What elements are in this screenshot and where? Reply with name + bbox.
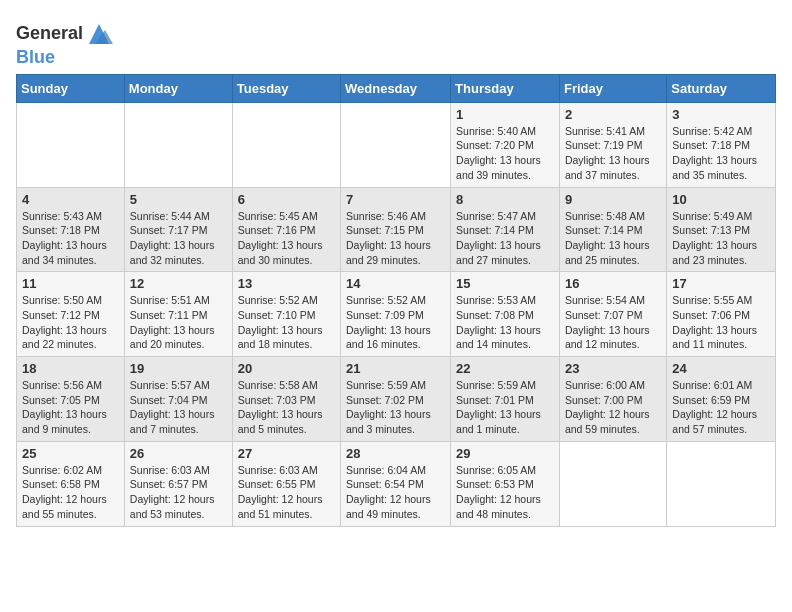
calendar-day-cell: 27Sunrise: 6:03 AM Sunset: 6:55 PM Dayli…: [232, 441, 340, 526]
day-info: Sunrise: 6:05 AM Sunset: 6:53 PM Dayligh…: [456, 463, 554, 522]
logo-icon: [85, 20, 113, 48]
day-info: Sunrise: 5:58 AM Sunset: 7:03 PM Dayligh…: [238, 378, 335, 437]
day-number: 18: [22, 361, 119, 376]
day-info: Sunrise: 5:47 AM Sunset: 7:14 PM Dayligh…: [456, 209, 554, 268]
calendar-day-cell: 21Sunrise: 5:59 AM Sunset: 7:02 PM Dayli…: [341, 357, 451, 442]
day-info: Sunrise: 5:49 AM Sunset: 7:13 PM Dayligh…: [672, 209, 770, 268]
day-number: 7: [346, 192, 445, 207]
day-info: Sunrise: 6:00 AM Sunset: 7:00 PM Dayligh…: [565, 378, 661, 437]
calendar-day-cell: [17, 102, 125, 187]
calendar-table: SundayMondayTuesdayWednesdayThursdayFrid…: [16, 74, 776, 527]
calendar-week-row: 11Sunrise: 5:50 AM Sunset: 7:12 PM Dayli…: [17, 272, 776, 357]
day-info: Sunrise: 5:40 AM Sunset: 7:20 PM Dayligh…: [456, 124, 554, 183]
calendar-day-cell: [559, 441, 666, 526]
day-of-week-header: Sunday: [17, 74, 125, 102]
day-info: Sunrise: 5:57 AM Sunset: 7:04 PM Dayligh…: [130, 378, 227, 437]
day-of-week-header: Monday: [124, 74, 232, 102]
day-number: 4: [22, 192, 119, 207]
calendar-day-cell: 19Sunrise: 5:57 AM Sunset: 7:04 PM Dayli…: [124, 357, 232, 442]
day-of-week-header: Friday: [559, 74, 666, 102]
day-info: Sunrise: 5:59 AM Sunset: 7:01 PM Dayligh…: [456, 378, 554, 437]
day-number: 20: [238, 361, 335, 376]
day-info: Sunrise: 5:51 AM Sunset: 7:11 PM Dayligh…: [130, 293, 227, 352]
day-info: Sunrise: 5:44 AM Sunset: 7:17 PM Dayligh…: [130, 209, 227, 268]
calendar-day-cell: 29Sunrise: 6:05 AM Sunset: 6:53 PM Dayli…: [451, 441, 560, 526]
day-number: 25: [22, 446, 119, 461]
calendar-day-cell: 28Sunrise: 6:04 AM Sunset: 6:54 PM Dayli…: [341, 441, 451, 526]
day-number: 11: [22, 276, 119, 291]
day-number: 28: [346, 446, 445, 461]
calendar-week-row: 25Sunrise: 6:02 AM Sunset: 6:58 PM Dayli…: [17, 441, 776, 526]
calendar-day-cell: 4Sunrise: 5:43 AM Sunset: 7:18 PM Daylig…: [17, 187, 125, 272]
day-info: Sunrise: 5:46 AM Sunset: 7:15 PM Dayligh…: [346, 209, 445, 268]
calendar-day-cell: 22Sunrise: 5:59 AM Sunset: 7:01 PM Dayli…: [451, 357, 560, 442]
day-info: Sunrise: 5:45 AM Sunset: 7:16 PM Dayligh…: [238, 209, 335, 268]
calendar-day-cell: 6Sunrise: 5:45 AM Sunset: 7:16 PM Daylig…: [232, 187, 340, 272]
day-of-week-header: Thursday: [451, 74, 560, 102]
day-number: 14: [346, 276, 445, 291]
calendar-day-cell: 20Sunrise: 5:58 AM Sunset: 7:03 PM Dayli…: [232, 357, 340, 442]
day-number: 23: [565, 361, 661, 376]
day-info: Sunrise: 5:53 AM Sunset: 7:08 PM Dayligh…: [456, 293, 554, 352]
day-of-week-header: Tuesday: [232, 74, 340, 102]
day-info: Sunrise: 5:52 AM Sunset: 7:10 PM Dayligh…: [238, 293, 335, 352]
day-info: Sunrise: 5:56 AM Sunset: 7:05 PM Dayligh…: [22, 378, 119, 437]
day-info: Sunrise: 5:52 AM Sunset: 7:09 PM Dayligh…: [346, 293, 445, 352]
day-info: Sunrise: 6:01 AM Sunset: 6:59 PM Dayligh…: [672, 378, 770, 437]
calendar-day-cell: 15Sunrise: 5:53 AM Sunset: 7:08 PM Dayli…: [451, 272, 560, 357]
day-number: 12: [130, 276, 227, 291]
day-number: 27: [238, 446, 335, 461]
day-of-week-header: Saturday: [667, 74, 776, 102]
page-header: General Blue: [16, 16, 776, 68]
day-number: 15: [456, 276, 554, 291]
calendar-day-cell: 5Sunrise: 5:44 AM Sunset: 7:17 PM Daylig…: [124, 187, 232, 272]
day-number: 10: [672, 192, 770, 207]
day-info: Sunrise: 5:48 AM Sunset: 7:14 PM Dayligh…: [565, 209, 661, 268]
day-number: 17: [672, 276, 770, 291]
calendar-day-cell: 1Sunrise: 5:40 AM Sunset: 7:20 PM Daylig…: [451, 102, 560, 187]
day-info: Sunrise: 5:42 AM Sunset: 7:18 PM Dayligh…: [672, 124, 770, 183]
logo: General Blue: [16, 20, 113, 68]
day-info: Sunrise: 5:43 AM Sunset: 7:18 PM Dayligh…: [22, 209, 119, 268]
calendar-day-cell: 2Sunrise: 5:41 AM Sunset: 7:19 PM Daylig…: [559, 102, 666, 187]
calendar-day-cell: 9Sunrise: 5:48 AM Sunset: 7:14 PM Daylig…: [559, 187, 666, 272]
day-number: 6: [238, 192, 335, 207]
calendar-week-row: 1Sunrise: 5:40 AM Sunset: 7:20 PM Daylig…: [17, 102, 776, 187]
calendar-day-cell: 13Sunrise: 5:52 AM Sunset: 7:10 PM Dayli…: [232, 272, 340, 357]
calendar-day-cell: 10Sunrise: 5:49 AM Sunset: 7:13 PM Dayli…: [667, 187, 776, 272]
calendar-day-cell: 11Sunrise: 5:50 AM Sunset: 7:12 PM Dayli…: [17, 272, 125, 357]
logo-text: General Blue: [16, 20, 113, 68]
day-of-week-header: Wednesday: [341, 74, 451, 102]
calendar-day-cell: [341, 102, 451, 187]
day-info: Sunrise: 5:50 AM Sunset: 7:12 PM Dayligh…: [22, 293, 119, 352]
day-number: 3: [672, 107, 770, 122]
day-info: Sunrise: 6:02 AM Sunset: 6:58 PM Dayligh…: [22, 463, 119, 522]
calendar-day-cell: [232, 102, 340, 187]
day-info: Sunrise: 6:03 AM Sunset: 6:57 PM Dayligh…: [130, 463, 227, 522]
day-number: 2: [565, 107, 661, 122]
calendar-day-cell: 3Sunrise: 5:42 AM Sunset: 7:18 PM Daylig…: [667, 102, 776, 187]
day-number: 16: [565, 276, 661, 291]
calendar-week-row: 18Sunrise: 5:56 AM Sunset: 7:05 PM Dayli…: [17, 357, 776, 442]
day-number: 8: [456, 192, 554, 207]
day-info: Sunrise: 6:04 AM Sunset: 6:54 PM Dayligh…: [346, 463, 445, 522]
calendar-day-cell: 26Sunrise: 6:03 AM Sunset: 6:57 PM Dayli…: [124, 441, 232, 526]
calendar-week-row: 4Sunrise: 5:43 AM Sunset: 7:18 PM Daylig…: [17, 187, 776, 272]
day-number: 26: [130, 446, 227, 461]
calendar-day-cell: 8Sunrise: 5:47 AM Sunset: 7:14 PM Daylig…: [451, 187, 560, 272]
calendar-header-row: SundayMondayTuesdayWednesdayThursdayFrid…: [17, 74, 776, 102]
calendar-day-cell: 18Sunrise: 5:56 AM Sunset: 7:05 PM Dayli…: [17, 357, 125, 442]
day-number: 21: [346, 361, 445, 376]
day-number: 9: [565, 192, 661, 207]
calendar-day-cell: 23Sunrise: 6:00 AM Sunset: 7:00 PM Dayli…: [559, 357, 666, 442]
calendar-day-cell: 7Sunrise: 5:46 AM Sunset: 7:15 PM Daylig…: [341, 187, 451, 272]
day-number: 13: [238, 276, 335, 291]
day-number: 22: [456, 361, 554, 376]
day-number: 1: [456, 107, 554, 122]
day-info: Sunrise: 6:03 AM Sunset: 6:55 PM Dayligh…: [238, 463, 335, 522]
day-number: 19: [130, 361, 227, 376]
calendar-day-cell: 24Sunrise: 6:01 AM Sunset: 6:59 PM Dayli…: [667, 357, 776, 442]
calendar-day-cell: [667, 441, 776, 526]
calendar-day-cell: 14Sunrise: 5:52 AM Sunset: 7:09 PM Dayli…: [341, 272, 451, 357]
calendar-day-cell: 17Sunrise: 5:55 AM Sunset: 7:06 PM Dayli…: [667, 272, 776, 357]
